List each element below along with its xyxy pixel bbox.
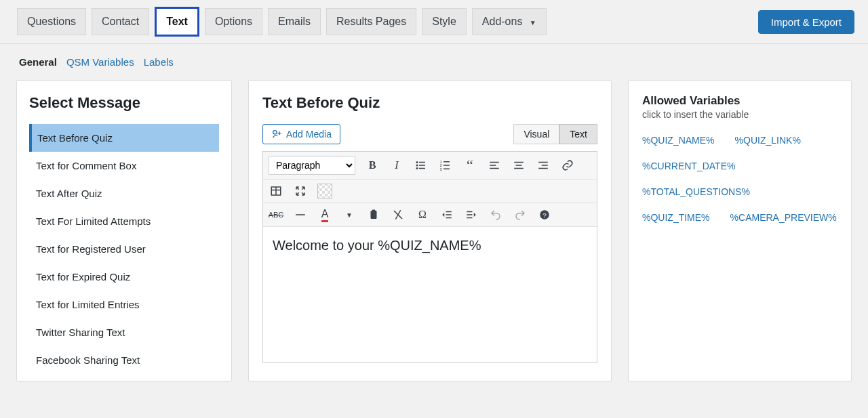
toolbar-row-3: ABC A ▼ Ω ?: [263, 203, 597, 227]
variable-quiz-link[interactable]: %QUIZ_LINK%: [735, 135, 801, 146]
allowed-variables-heading: Allowed Variables: [642, 94, 837, 108]
editor-top-bar: Add Media Visual Text: [262, 124, 597, 144]
svg-point-3: [416, 165, 418, 167]
redo-icon[interactable]: [513, 207, 528, 222]
mode-visual-button[interactable]: Visual: [513, 124, 559, 144]
list-item[interactable]: Facebook Sharing Text: [29, 346, 219, 374]
add-media-button[interactable]: Add Media: [262, 124, 340, 144]
list-item[interactable]: Text for Comment Box: [29, 152, 219, 180]
svg-rect-17: [516, 165, 522, 166]
clear-formatting-icon[interactable]: [391, 207, 406, 222]
editor-content[interactable]: Welcome to your %QUIZ_NAME%: [263, 227, 597, 362]
svg-rect-31: [467, 211, 472, 213]
svg-rect-14: [490, 165, 496, 166]
svg-point-0: [273, 131, 277, 134]
svg-rect-33: [467, 217, 472, 219]
svg-point-1: [416, 161, 418, 163]
fullscreen-icon[interactable]: [293, 184, 308, 198]
editor-heading: Text Before Quiz: [262, 94, 597, 112]
format-dropdown[interactable]: Paragraph: [269, 156, 355, 175]
select-message-panel: Select Message Text Before Quiz Text for…: [16, 80, 232, 381]
special-character-icon[interactable]: Ω: [415, 207, 430, 222]
italic-icon[interactable]: I: [389, 158, 404, 173]
primary-tabs: Questions Contact Text Options Emails Re…: [17, 7, 547, 37]
variable-quiz-name[interactable]: %QUIZ_NAME%: [642, 135, 715, 146]
svg-rect-25: [296, 214, 305, 215]
subtab-labels[interactable]: Labels: [144, 56, 174, 68]
svg-rect-15: [490, 168, 499, 169]
tab-options[interactable]: Options: [205, 8, 262, 35]
svg-rect-12: [443, 169, 450, 170]
tab-text[interactable]: Text: [155, 7, 199, 37]
tab-addons-label: Add-ons: [482, 16, 523, 27]
undo-icon[interactable]: [488, 207, 503, 222]
insert-table-icon[interactable]: [269, 184, 283, 198]
indent-icon[interactable]: [464, 207, 479, 222]
blockquote-icon[interactable]: “: [462, 158, 477, 173]
allowed-variables-panel: Allowed Variables click to insert the va…: [628, 80, 852, 381]
tab-results-pages[interactable]: Results Pages: [326, 8, 416, 35]
list-item[interactable]: Text for Limited Entries: [29, 291, 219, 318]
bold-icon[interactable]: B: [365, 158, 380, 173]
svg-text:?: ?: [542, 211, 547, 219]
svg-rect-18: [514, 168, 524, 169]
allowed-variables-hint: click to insert the variable: [642, 109, 837, 120]
list-item[interactable]: Text After Quiz: [29, 180, 219, 207]
svg-rect-6: [419, 168, 425, 169]
primary-tab-bar: Questions Contact Text Options Emails Re…: [0, 0, 868, 44]
horizontal-rule-icon[interactable]: [293, 207, 308, 222]
list-item[interactable]: Text for Registered User: [29, 235, 219, 263]
paste-icon[interactable]: [366, 207, 381, 222]
secondary-tab-bar: General QSM Variables Labels: [0, 44, 868, 80]
tab-contact[interactable]: Contact: [92, 8, 149, 35]
variable-camera-preview[interactable]: %CAMERA_PREVIEW%: [730, 212, 837, 223]
add-media-label: Add Media: [286, 129, 332, 140]
tab-addons[interactable]: Add-ons ▼: [472, 8, 547, 35]
align-right-icon[interactable]: [536, 158, 551, 173]
svg-rect-20: [542, 165, 548, 166]
strikethrough-icon[interactable]: ABC: [269, 207, 283, 222]
align-left-icon[interactable]: [487, 158, 502, 173]
subtab-general[interactable]: General: [19, 56, 57, 68]
svg-text:3: 3: [440, 167, 442, 171]
link-icon[interactable]: [560, 158, 575, 173]
tab-style[interactable]: Style: [422, 8, 467, 35]
list-item[interactable]: Text For Limited Attempts: [29, 207, 219, 235]
numbered-list-icon[interactable]: 123: [438, 158, 453, 173]
tab-emails[interactable]: Emails: [268, 8, 321, 35]
editor-mode-toggle: Visual Text: [513, 124, 597, 144]
bullet-list-icon[interactable]: [414, 158, 429, 173]
variable-total-questions[interactable]: %TOTAL_QUESTIONS%: [642, 186, 750, 197]
toolbar-row-2: [263, 180, 597, 203]
svg-rect-13: [490, 162, 499, 163]
list-item[interactable]: Text for Expired Quiz: [29, 263, 219, 291]
import-export-button[interactable]: Import & Export: [758, 10, 854, 34]
mode-text-button[interactable]: Text: [559, 124, 597, 144]
media-icon: [271, 129, 282, 140]
background-color-swatch[interactable]: [317, 184, 332, 198]
svg-rect-29: [446, 214, 452, 215]
svg-rect-27: [372, 210, 376, 212]
svg-rect-2: [419, 162, 425, 163]
variable-list: %QUIZ_NAME% %QUIZ_LINK% %CURRENT_DATE% %…: [642, 135, 837, 223]
svg-rect-26: [371, 211, 377, 219]
variable-quiz-time[interactable]: %QUIZ_TIME%: [642, 212, 710, 223]
svg-rect-19: [538, 162, 548, 163]
outdent-icon[interactable]: [439, 207, 454, 222]
workspace: Select Message Text Before Quiz Text for…: [0, 80, 868, 381]
tab-questions[interactable]: Questions: [17, 8, 86, 35]
list-item[interactable]: Text Before Quiz: [29, 124, 219, 152]
editor-panel: Text Before Quiz Add Media Visual Text P…: [248, 80, 612, 381]
help-icon[interactable]: ?: [537, 207, 552, 222]
align-center-icon[interactable]: [511, 158, 526, 173]
subtab-qsm-variables[interactable]: QSM Variables: [66, 56, 134, 68]
chevron-down-icon[interactable]: ▼: [342, 207, 357, 222]
list-item[interactable]: Twitter Sharing Text: [29, 318, 219, 346]
svg-rect-4: [419, 165, 425, 166]
svg-rect-32: [467, 214, 472, 215]
svg-rect-10: [443, 165, 450, 166]
toolbar-row-1: Paragraph B I 123 “: [263, 152, 597, 180]
text-color-icon[interactable]: A: [317, 207, 332, 222]
variable-current-date[interactable]: %CURRENT_DATE%: [642, 161, 735, 171]
message-list: Text Before Quiz Text for Comment Box Te…: [29, 124, 219, 374]
